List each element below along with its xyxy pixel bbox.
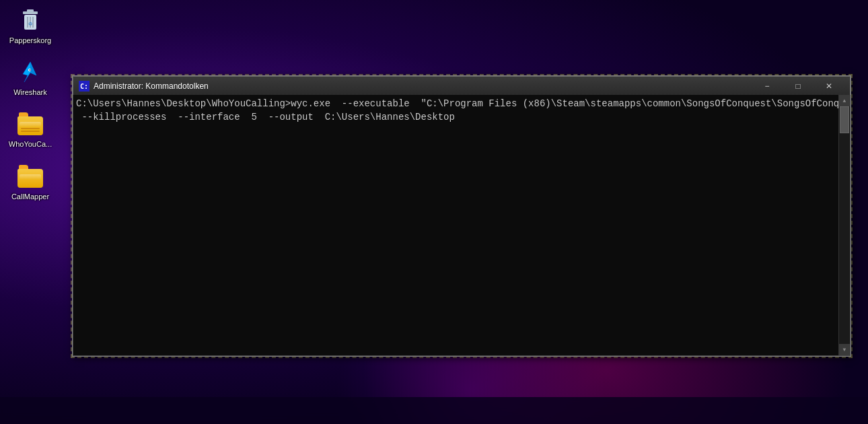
svg-text:♻: ♻ bbox=[28, 20, 32, 28]
svg-point-8 bbox=[30, 69, 31, 71]
cmd-title-text: Administrator: Kommandotolken bbox=[94, 81, 752, 91]
cmd-line1: C:\Users\Hannes\Desktop\WhoYouCalling>wy… bbox=[76, 98, 838, 109]
callmapper-label: CallMapper bbox=[11, 192, 49, 201]
cmd-line2: --killprocesses --interface 5 --output C… bbox=[76, 112, 455, 122]
desktop-icon-callmapper[interactable]: CallMapper bbox=[7, 163, 54, 201]
wireshark-icon bbox=[17, 59, 44, 85]
recycle-bin-icon: ♻ bbox=[17, 7, 44, 34]
desktop-icon-papperskorg[interactable]: ♻ Papperskorg bbox=[7, 7, 54, 45]
desktop-icon-wireshark[interactable]: Wireshark bbox=[7, 59, 54, 97]
taskbar bbox=[0, 397, 868, 424]
cmd-scrollbar-track bbox=[839, 106, 850, 344]
desktop-icon-whoyoucalling[interactable]: WhoYouCa... bbox=[7, 110, 54, 149]
cmd-scroll-up-button[interactable]: ▲ bbox=[839, 95, 850, 106]
desktop: ♻ Papperskorg Wireshark bbox=[0, 0, 868, 424]
svg-rect-1 bbox=[27, 9, 34, 12]
cmd-scroll-down-button[interactable]: ▼ bbox=[839, 344, 850, 355]
cmd-terminal-content[interactable]: C:\Users\Hannes\Desktop\WhoYouCalling>wy… bbox=[73, 95, 838, 355]
cmd-body[interactable]: C:\Users\Hannes\Desktop\WhoYouCalling>wy… bbox=[73, 95, 851, 356]
cmd-scrollbar-thumb[interactable] bbox=[840, 106, 849, 133]
whoyoucalling-label: WhoYouCa... bbox=[9, 140, 52, 149]
cmd-window-controls: − □ ✕ bbox=[752, 77, 844, 96]
callmapper-folder-icon bbox=[17, 163, 44, 190]
cmd-minimize-button[interactable]: − bbox=[752, 77, 783, 96]
cmd-window[interactable]: C: Administrator: Kommandotolken − □ ✕ C… bbox=[72, 75, 851, 357]
desktop-icons-container: ♻ Papperskorg Wireshark bbox=[0, 0, 61, 208]
cmd-close-button[interactable]: ✕ bbox=[813, 77, 844, 96]
cmd-titlebar: C: Administrator: Kommandotolken − □ ✕ bbox=[73, 76, 851, 95]
svg-text:C:: C: bbox=[80, 83, 88, 90]
whoyoucalling-folder-icon bbox=[17, 110, 44, 137]
cmd-maximize-button[interactable]: □ bbox=[783, 77, 813, 96]
papperskorg-label: Papperskorg bbox=[9, 36, 51, 45]
wireshark-label: Wireshark bbox=[13, 88, 47, 97]
cmd-title-icon: C: bbox=[79, 81, 89, 92]
cmd-scrollbar[interactable]: ▲ ▼ bbox=[838, 95, 850, 355]
